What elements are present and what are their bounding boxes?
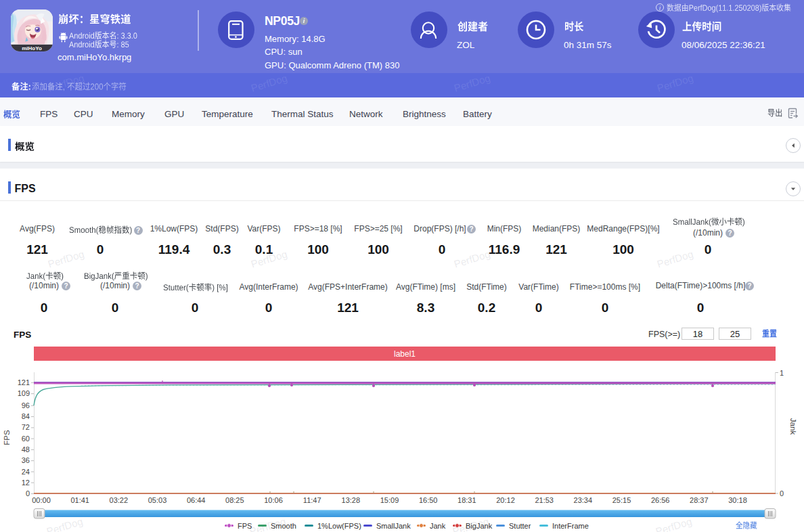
svg-text:109: 109	[18, 389, 30, 397]
svg-text:60: 60	[22, 435, 30, 443]
svg-text:08:25: 08:25	[225, 496, 244, 504]
svg-text:label1: label1	[394, 349, 416, 359]
svg-text:48: 48	[22, 445, 30, 453]
svg-text:20:12: 20:12	[496, 496, 515, 504]
svg-text:21:53: 21:53	[535, 496, 554, 504]
svg-text:1: 1	[780, 369, 784, 377]
svg-text:03:22: 03:22	[110, 496, 129, 504]
svg-text:12: 12	[22, 479, 30, 487]
svg-text:05:03: 05:03	[148, 496, 167, 504]
svg-text:Jank: Jank	[789, 418, 797, 435]
svg-text:01:41: 01:41	[70, 496, 89, 504]
svg-text:96: 96	[22, 401, 30, 409]
svg-text:36: 36	[22, 456, 30, 464]
svg-text:26:56: 26:56	[651, 496, 670, 504]
svg-text:24: 24	[22, 468, 30, 476]
svg-text:84: 84	[22, 412, 30, 420]
svg-text:miHoYo: miHoYo	[22, 45, 42, 51]
svg-text:25:15: 25:15	[612, 496, 631, 504]
svg-text:18:31: 18:31	[457, 496, 476, 504]
svg-text:15:09: 15:09	[380, 496, 399, 504]
svg-text:30:18: 30:18	[728, 496, 747, 504]
svg-text:11:47: 11:47	[303, 496, 321, 504]
svg-text:72: 72	[22, 423, 30, 431]
svg-text:16:50: 16:50	[419, 496, 438, 504]
svg-text:0: 0	[780, 489, 784, 497]
svg-text:28:37: 28:37	[690, 496, 709, 504]
svg-text:23:34: 23:34	[574, 496, 593, 504]
svg-text:00:00: 00:00	[32, 496, 51, 504]
svg-text:10:06: 10:06	[264, 496, 283, 504]
svg-text:121: 121	[18, 378, 30, 386]
svg-text:06:44: 06:44	[187, 496, 206, 504]
svg-text:FPS: FPS	[3, 430, 11, 445]
svg-text:0: 0	[26, 489, 30, 497]
svg-text:13:28: 13:28	[342, 496, 361, 504]
